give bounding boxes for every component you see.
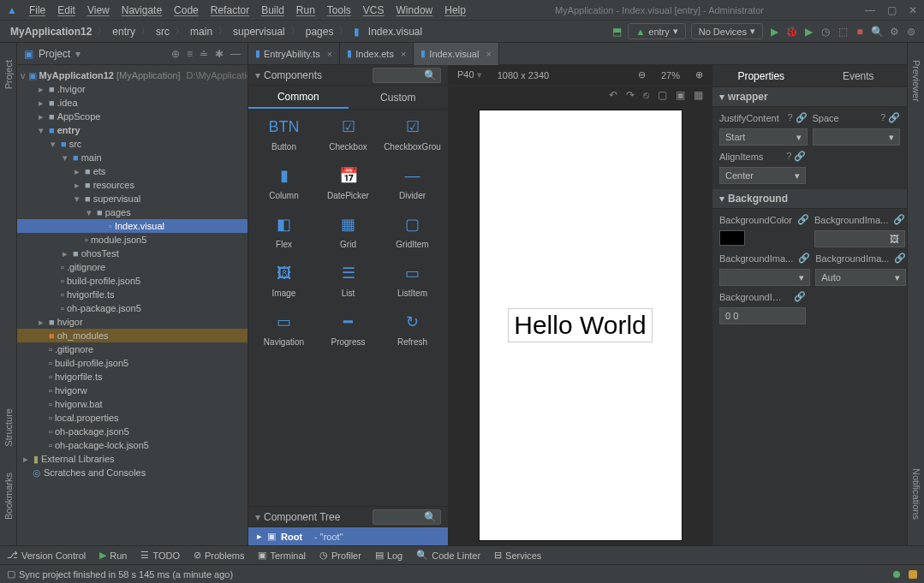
zoom-out-icon[interactable]: ⊖: [638, 69, 646, 80]
menu-run[interactable]: Run: [291, 3, 320, 18]
coverage-icon[interactable]: ▶: [802, 26, 814, 38]
close-icon[interactable]: ×: [327, 49, 332, 59]
tree-item[interactable]: ▸■ .idea: [17, 96, 247, 110]
attach-icon[interactable]: ⬚: [837, 26, 849, 38]
bgcolor-swatch[interactable]: [719, 230, 745, 246]
tree-item[interactable]: ▾■ src: [17, 137, 247, 151]
collapse-icon[interactable]: ≐: [200, 48, 208, 60]
tree-item[interactable]: ▫ hvigorfile.ts: [17, 288, 247, 301]
target-icon[interactable]: ⊕: [171, 48, 180, 60]
help-icon[interactable]: ?: [787, 112, 792, 123]
section-background[interactable]: ▾Background: [712, 189, 907, 209]
tool-log[interactable]: ▤Log: [375, 550, 402, 561]
tree-item[interactable]: ▾■ pages: [17, 205, 247, 219]
tab-events[interactable]: Events: [810, 65, 908, 86]
bgimage3-select[interactable]: Auto▾: [815, 269, 906, 286]
menu-file[interactable]: File: [24, 3, 51, 18]
tree-item[interactable]: ▫ local.properties: [17, 411, 247, 425]
search-icon[interactable]: 🔍: [871, 26, 883, 38]
rail-project[interactable]: Project: [3, 60, 14, 89]
component-item[interactable]: ↻Refresh: [384, 312, 442, 347]
link-icon[interactable]: 🔗: [796, 112, 808, 123]
close-icon[interactable]: ×: [486, 49, 491, 59]
menu-help[interactable]: Help: [439, 3, 471, 18]
link-icon[interactable]: 🔗: [893, 214, 905, 225]
tree-item[interactable]: ▸■ AppScope: [17, 110, 247, 123]
breadcrumb-root[interactable]: MyApplication12: [7, 24, 95, 39]
layout3-icon[interactable]: ▦: [694, 89, 703, 101]
tree-item[interactable]: ▫ build-profile.json5: [17, 356, 247, 370]
tree-root[interactable]: v▣ MyApplication12 [MyApplication] D:\My…: [17, 68, 247, 82]
gear-icon[interactable]: ⚙: [888, 26, 900, 38]
menu-view[interactable]: View: [82, 3, 115, 18]
tree-scratches[interactable]: ◎ Scratches and Consoles: [17, 466, 247, 479]
component-item[interactable]: ▦Grid: [319, 214, 378, 249]
tab-properties[interactable]: Properties: [712, 65, 810, 86]
tree-item[interactable]: ▫ .gitignore: [17, 342, 247, 356]
rail-previewer[interactable]: Previewer: [911, 60, 921, 102]
rail-notifications[interactable]: Notifications: [911, 468, 921, 520]
space-select[interactable]: ▾: [813, 128, 901, 146]
preview-canvas[interactable]: Hello World: [479, 110, 683, 541]
menu-tools[interactable]: Tools: [322, 3, 356, 18]
breadcrumb-file[interactable]: ▮ Index.visual: [350, 24, 426, 39]
editor-tab[interactable]: ▮Index.visual×: [414, 43, 499, 65]
align-select[interactable]: Center▾: [719, 167, 806, 184]
component-tree-root[interactable]: ▸ ▣ Root - "root": [248, 527, 448, 545]
menu-navigate[interactable]: Navigate: [116, 3, 167, 18]
tree-item[interactable]: ▫ hvigorw.bat: [17, 397, 247, 411]
component-item[interactable]: 🖼Image: [255, 263, 313, 298]
settings-icon[interactable]: ⊚: [905, 26, 917, 38]
tree-item[interactable]: ▸■ ets: [17, 164, 247, 178]
menu-refactor[interactable]: Refactor: [206, 3, 254, 18]
link-icon[interactable]: 🔗: [798, 253, 810, 264]
component-item[interactable]: BTNButton: [255, 116, 313, 152]
rail-structure[interactable]: Structure: [3, 408, 14, 447]
tree-item[interactable]: ■ oh_modules: [17, 329, 247, 342]
tool-linter[interactable]: 🔍Code Linter: [416, 550, 480, 561]
component-item[interactable]: ▢GridItem: [384, 214, 442, 249]
section-wrapper[interactable]: ▾wrapper: [712, 87, 907, 107]
component-item[interactable]: ☑Checkbox: [319, 116, 378, 152]
bgimage4-input[interactable]: 0 0: [719, 307, 806, 324]
tree-item[interactable]: ▾■ entry: [17, 123, 247, 137]
zoom-in-icon[interactable]: ⊕: [695, 69, 703, 80]
breadcrumb-item[interactable]: entry: [109, 24, 139, 39]
menu-vcs[interactable]: VCS: [358, 3, 390, 18]
gear-icon[interactable]: ✱: [215, 48, 224, 60]
tree-item[interactable]: ▾■ supervisual: [17, 192, 247, 205]
breadcrumb-item[interactable]: main: [187, 24, 216, 39]
rail-bookmarks[interactable]: Bookmarks: [3, 473, 14, 520]
close-icon[interactable]: ×: [401, 49, 406, 59]
component-item[interactable]: 📅DatePicker: [319, 165, 378, 200]
dropdown-icon[interactable]: ▾: [75, 48, 80, 60]
tree-external-libs[interactable]: ▸▮ External Libraries: [17, 452, 247, 466]
tool-profiler[interactable]: ◷Profiler: [319, 550, 361, 561]
tree-item[interactable]: ▫ oh-package.json5: [17, 425, 247, 438]
help-icon[interactable]: ?: [786, 151, 791, 162]
menu-edit[interactable]: Edit: [52, 3, 80, 18]
component-item[interactable]: ☑CheckboxGrou: [384, 116, 442, 152]
run-icon[interactable]: ▶: [768, 26, 780, 38]
layout1-icon[interactable]: ▢: [658, 89, 667, 101]
menu-build[interactable]: Build: [256, 3, 289, 18]
bgimage2-select[interactable]: ▾: [719, 269, 810, 286]
run-config-select[interactable]: ▲entry▾: [628, 23, 685, 39]
tool-services[interactable]: ⊟Services: [494, 550, 541, 561]
link-icon[interactable]: 🔗: [888, 112, 900, 123]
maximize-icon[interactable]: ▢: [887, 4, 897, 16]
hide-icon[interactable]: —: [230, 48, 241, 60]
minimize-icon[interactable]: —: [865, 4, 875, 16]
tree-item[interactable]: ▾■ main: [17, 151, 247, 164]
undo-icon[interactable]: ↶: [609, 89, 617, 101]
layout2-icon[interactable]: ▣: [676, 89, 685, 101]
tool-terminal[interactable]: ▣Terminal: [258, 550, 306, 561]
tree-item[interactable]: ▫ Index.visual: [17, 219, 247, 233]
rotate-icon[interactable]: ⎋: [643, 89, 649, 101]
components-search[interactable]: 🔍: [373, 68, 441, 83]
tree-item[interactable]: ▸■ hvigor: [17, 315, 247, 329]
tree-item[interactable]: ▫ oh-package.json5: [17, 301, 247, 315]
expand-icon[interactable]: ≡: [187, 48, 193, 60]
component-tree-search[interactable]: 🔍: [373, 509, 441, 525]
editor-tab[interactable]: ▮Index.ets×: [340, 43, 414, 65]
